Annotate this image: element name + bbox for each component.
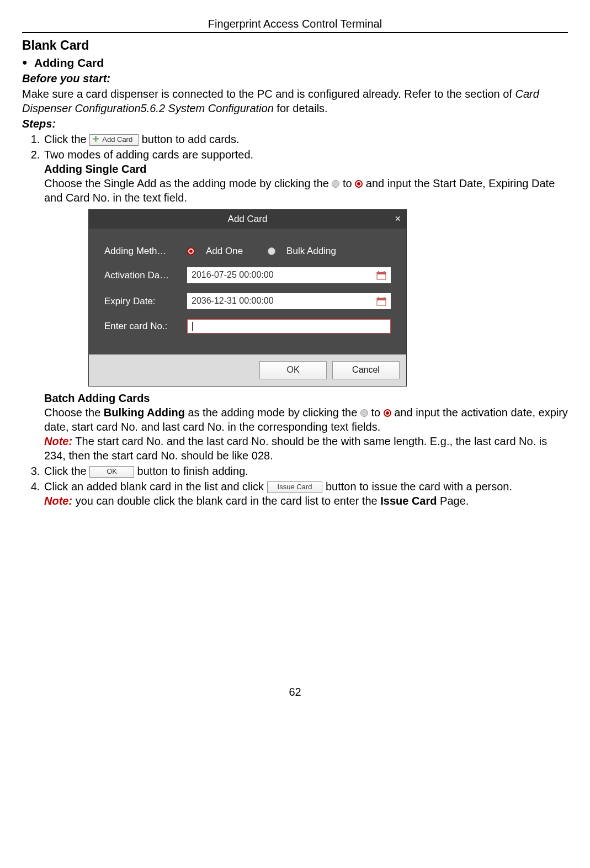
batch-adding-heading: Batch Adding Cards <box>44 391 568 405</box>
before-you-start-label: Before you start: <box>22 71 568 86</box>
text: The start card No. and the last card No.… <box>44 435 547 462</box>
button-label: Add Card <box>102 135 132 144</box>
issue-card-inline-button[interactable]: Issue Card <box>267 481 323 493</box>
activation-date-input[interactable]: 2016-07-25 00:00:00 <box>187 267 391 283</box>
radio-group: Add One Bulk Adding <box>187 245 391 257</box>
row-activation-date: Activation Da… 2016-07-25 00:00:00 <box>104 267 391 283</box>
text: Make sure a card dispenser is connected … <box>22 88 515 100</box>
text: for details. <box>274 102 328 114</box>
text-cursor-icon <box>192 322 193 331</box>
dialog-footer: OK Cancel <box>89 354 406 386</box>
text: to <box>371 406 383 419</box>
adding-single-card-heading: Adding Single Card <box>44 162 568 176</box>
svg-rect-7 <box>384 297 385 299</box>
ok-button[interactable]: OK <box>259 361 327 379</box>
single-card-text: Choose the Single Add as the adding mode… <box>44 176 568 205</box>
radio-bulk-adding[interactable] <box>268 247 275 255</box>
label-expiry: Expiry Date: <box>104 295 187 308</box>
svg-rect-3 <box>384 271 385 273</box>
batch-text: Choose the Bulking Adding as the adding … <box>44 405 568 434</box>
step4-note: Note: you can double click the blank car… <box>44 494 568 508</box>
steps-list: Click the Add Card button to add cards. … <box>22 132 568 508</box>
bullet-adding-card: Adding Card <box>34 55 568 70</box>
calendar-icon[interactable] <box>376 297 386 306</box>
radio-on-icon <box>355 180 363 188</box>
cancel-button[interactable]: Cancel <box>332 361 400 379</box>
step-4: Click an added blank card in the list an… <box>43 479 568 508</box>
svg-rect-6 <box>378 297 379 299</box>
text: Click the <box>44 465 89 477</box>
row-expiry-date: Expiry Date: 2036-12-31 00:00:00 <box>104 293 391 309</box>
input-value: 2036-12-31 00:00:00 <box>192 295 274 307</box>
text: Click an added blank card in the list an… <box>44 480 267 493</box>
step-1: Click the Add Card button to add cards. <box>43 132 568 146</box>
radio-label-add-one: Add One <box>206 245 243 257</box>
row-adding-method: Adding Meth… Add One Bulk Adding <box>104 245 391 257</box>
expiry-date-input[interactable]: 2036-12-31 00:00:00 <box>187 293 391 309</box>
text: you can double click the blank card in t… <box>72 495 380 507</box>
steps-label: Steps: <box>22 117 568 131</box>
dialog-body: Adding Meth… Add One Bulk Adding Activat… <box>89 229 406 354</box>
plus-icon <box>92 135 99 142</box>
radio-label-bulk: Bulk Adding <box>286 245 336 257</box>
calendar-icon[interactable] <box>376 271 386 280</box>
radio-off-icon <box>332 180 339 188</box>
text: button to issue the card with a person. <box>326 480 512 493</box>
text: Choose the Single Add as the adding mode… <box>44 177 332 189</box>
radio-on-icon <box>384 409 391 417</box>
ok-inline-button[interactable]: OK <box>89 466 134 478</box>
label-card-no: Enter card No.: <box>104 320 187 332</box>
svg-rect-2 <box>378 271 379 273</box>
note-label: Note: <box>44 495 72 507</box>
page-header: Fingerprint Access Control Terminal <box>22 17 568 33</box>
page-number: 62 <box>22 685 568 699</box>
text: Page. <box>437 495 469 507</box>
label-activation: Activation Da… <box>104 269 187 282</box>
section-title: Blank Card <box>22 38 568 54</box>
text: button to finish adding. <box>137 465 248 477</box>
note-label: Note: <box>44 435 72 447</box>
text: to <box>343 177 355 189</box>
text: Choose the <box>44 406 104 419</box>
close-icon[interactable]: × <box>395 213 401 225</box>
add-card-button[interactable]: Add Card <box>89 134 139 146</box>
card-no-input[interactable] <box>187 319 391 334</box>
text: Two modes of adding cards are supported. <box>44 149 253 161</box>
text: Click the <box>44 133 89 145</box>
add-card-dialog: Add Card × Adding Meth… Add One Bulk Add… <box>88 209 407 387</box>
radio-add-one[interactable] <box>187 247 195 255</box>
dialog-title: Add Card <box>228 214 268 224</box>
before-you-start-text: Make sure a card dispenser is connected … <box>22 87 568 115</box>
text-bold: Issue Card <box>380 495 437 507</box>
batch-note: Note: The start card No. and the last ca… <box>44 434 568 463</box>
text: button to add cards. <box>142 133 240 145</box>
step-2: Two modes of adding cards are supported.… <box>43 147 568 463</box>
text: as the adding mode by clicking the <box>185 406 360 419</box>
dialog-titlebar: Add Card × <box>89 210 406 229</box>
input-value: 2016-07-25 00:00:00 <box>192 269 274 281</box>
radio-off-icon <box>360 409 368 417</box>
text-bold: Bulking Adding <box>104 406 185 419</box>
label-adding-method: Adding Meth… <box>104 245 187 257</box>
step-3: Click the OK button to finish adding. <box>43 464 568 478</box>
row-card-no: Enter card No.: <box>104 319 391 334</box>
